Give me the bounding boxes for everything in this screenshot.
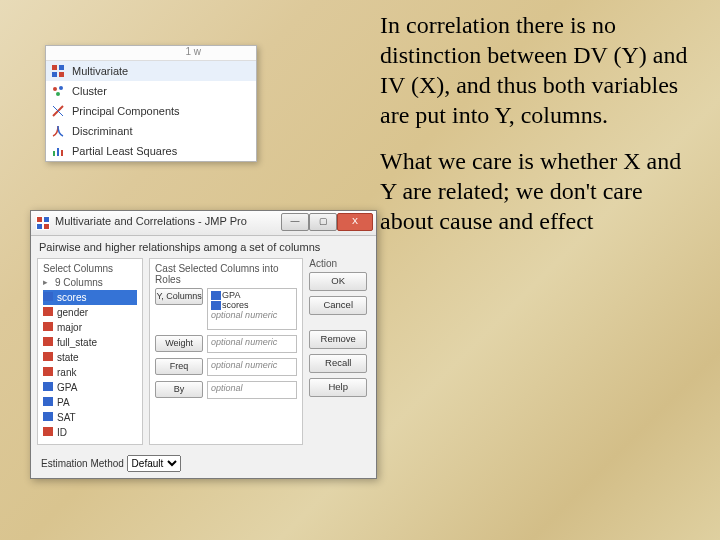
menu-item-partial-least-squares[interactable]: Partial Least Squares [46,141,256,161]
svg-point-5 [59,86,63,90]
select-columns-label: Select Columns [43,263,137,274]
menu-item-principal-components[interactable]: Principal Components [46,101,256,121]
y-columns-box[interactable]: GPA scores optional numeric [207,288,297,330]
svg-rect-16 [44,224,49,229]
analyze-submenu: Multivariate Cluster Principal Component… [45,45,257,162]
cast-roles-panel: Cast Selected Columns into Roles Y, Colu… [149,258,303,445]
svg-rect-1 [59,65,64,70]
y-columns-button[interactable]: Y, Columns [155,288,203,305]
menu-item-cluster[interactable]: Cluster [46,81,256,101]
action-panel: Action OK Cancel Remove Recall Help [309,258,370,445]
cluster-icon [52,85,64,97]
pls-icon [52,145,64,157]
recall-button[interactable]: Recall [309,354,367,373]
minimize-button[interactable]: — [281,213,309,231]
svg-rect-2 [52,72,57,77]
column-SAT[interactable]: SAT [43,410,137,425]
menu-label: Multivariate [72,65,128,77]
column-major[interactable]: major [43,320,137,335]
cancel-button[interactable]: Cancel [309,296,367,315]
menu-item-discriminant[interactable]: Discriminant [46,121,256,141]
nominal-icon [43,352,53,361]
svg-rect-15 [37,224,42,229]
by-button[interactable]: By [155,381,203,398]
weight-box[interactable]: optional numeric [207,335,297,353]
app-icon [36,216,50,230]
paragraph-2: What we care is whether X and Y are rela… [380,146,690,236]
nominal-icon [43,322,53,331]
svg-rect-0 [52,65,57,70]
continuous-icon [43,397,53,406]
column-gender[interactable]: gender [43,305,137,320]
svg-point-4 [53,87,57,91]
remove-button[interactable]: Remove [309,330,367,349]
svg-rect-3 [59,72,64,77]
estimation-label: Estimation Method [41,458,124,469]
cast-label: Cast Selected Columns into Roles [155,263,297,285]
ok-button[interactable]: OK [309,272,367,291]
continuous-icon [43,412,53,421]
freq-box[interactable]: optional numeric [207,358,297,376]
multivariate-dialog: Multivariate and Correlations - JMP Pro … [30,210,377,479]
menu-label: Discriminant [72,125,133,137]
menu-label: Partial Least Squares [72,145,177,157]
select-columns-panel: Select Columns 9 Columns scoresgendermaj… [37,258,143,445]
menu-header-row [46,46,256,61]
menu-item-multivariate[interactable]: Multivariate [46,61,256,81]
action-label: Action [309,258,370,269]
menu-label: Cluster [72,85,107,97]
y-value-1: scores [222,300,249,310]
close-button[interactable]: X [337,213,373,231]
window-title: Multivariate and Correlations - JMP Pro [55,215,247,227]
continuous-icon [43,292,53,301]
columns-list[interactable]: scoresgendermajorfull_statestaterankGPAP… [43,290,137,440]
nominal-icon [43,337,53,346]
titlebar: Multivariate and Correlations - JMP Pro … [31,211,376,236]
svg-rect-9 [53,151,55,156]
svg-rect-11 [61,150,63,156]
explanation-text: In correlation there is no distinction b… [380,10,690,252]
by-box[interactable]: optional [207,381,297,399]
help-button[interactable]: Help [309,378,367,397]
nominal-icon [43,427,53,436]
nominal-icon [43,367,53,376]
grid-icon [52,65,64,77]
weight-button[interactable]: Weight [155,335,203,352]
svg-point-6 [56,92,60,96]
column-PA[interactable]: PA [43,395,137,410]
freq-button[interactable]: Freq [155,358,203,375]
estimation-select[interactable]: Default [127,455,181,472]
column-state[interactable]: state [43,350,137,365]
maximize-button[interactable]: ▢ [309,213,337,231]
pc-icon [52,105,64,117]
column-rank[interactable]: rank [43,365,137,380]
paragraph-1: In correlation there is no distinction b… [380,10,690,130]
nominal-icon [43,307,53,316]
menu-label: Principal Components [72,105,180,117]
svg-rect-13 [37,217,42,222]
continuous-icon [43,382,53,391]
column-full_state[interactable]: full_state [43,335,137,350]
dialog-subtitle: Pairwise and higher relationships among … [31,236,376,258]
column-scores[interactable]: scores [43,290,137,305]
svg-rect-14 [44,217,49,222]
y-hint: optional numeric [211,310,293,320]
discriminant-icon [52,125,64,137]
svg-rect-10 [57,148,59,156]
column-count-toggle[interactable]: 9 Columns [43,277,137,288]
column-ID[interactable]: ID [43,425,137,440]
estimation-row: Estimation Method Default [31,451,376,478]
y-value-0: GPA [222,290,240,300]
column-GPA[interactable]: GPA [43,380,137,395]
